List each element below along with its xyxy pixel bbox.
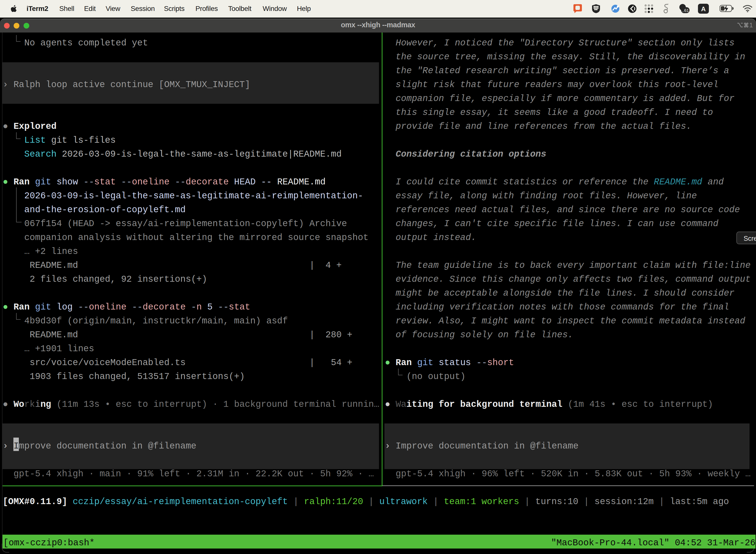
svg-text:A: A	[701, 5, 706, 13]
svg-text:..61: ..61	[682, 8, 689, 13]
